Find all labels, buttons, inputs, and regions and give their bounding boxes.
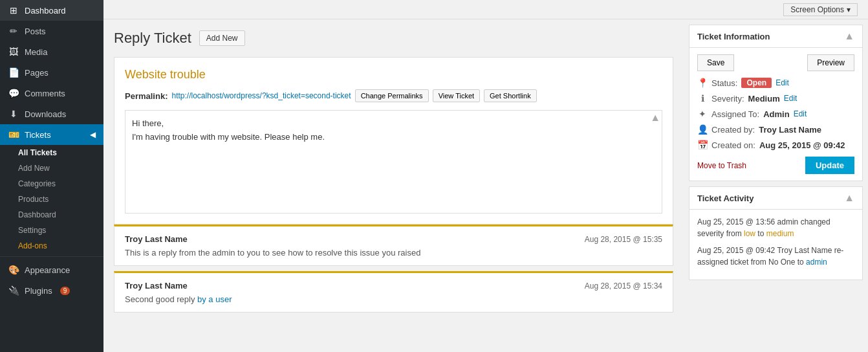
status-edit-link[interactable]: Edit — [776, 78, 789, 87]
sidebar-item-appearance[interactable]: 🎨 Appearance — [0, 259, 103, 280]
pin-icon: 📍 — [697, 78, 708, 88]
plugins-icon: 🔌 — [8, 285, 19, 296]
activity-admin-link[interactable]: admin — [806, 258, 827, 267]
right-sidebar: Ticket Information ▲ Save Preview 📍 Stat… — [684, 19, 868, 352]
sidebar-sub-addons[interactable]: Add-ons — [0, 238, 103, 254]
save-button[interactable]: Save — [697, 54, 734, 71]
tickets-icon: 🎫 — [8, 129, 19, 140]
sidebar-item-comments[interactable]: 💬 Comments — [0, 83, 103, 104]
status-row: 📍 Status: Open Edit — [697, 78, 854, 88]
move-to-trash-link[interactable]: Move to Trash — [697, 161, 746, 170]
created-by-row: 👤 Created by: Troy Last Name — [697, 124, 854, 135]
content-wrap: Reply Ticket Add New Website trouble Per… — [103, 19, 868, 352]
sidebar-item-downloads[interactable]: ⬇ Downloads — [0, 104, 103, 124]
sidebar-item-pages[interactable]: 📄 Pages — [0, 62, 103, 83]
main-panel: Screen Options ▾ Reply Ticket Add New We… — [103, 0, 868, 352]
sidebar-sub-products[interactable]: Products — [0, 192, 103, 207]
dashboard-icon: ⊞ — [8, 5, 19, 16]
reply-date-1: Aug 28, 2015 @ 15:35 — [585, 235, 662, 244]
appearance-icon: 🎨 — [8, 265, 19, 275]
assigned-row: ✦ Assigned To: Admin Edit — [697, 109, 854, 119]
info-icon: ℹ — [697, 93, 708, 104]
reply-author-2: Troy Last Name — [125, 281, 188, 291]
severity-row: ℹ Severity: Medium Edit — [697, 93, 854, 104]
ticket-activity-header: Ticket Activity ▲ — [689, 187, 862, 210]
sidebar-sub-add-new[interactable]: Add New — [0, 160, 103, 176]
sidebar-item-media[interactable]: 🖼 Media — [0, 41, 103, 62]
activity-from-value: low — [744, 229, 755, 238]
reply-header-1: Troy Last Name Aug 28, 2015 @ 15:35 — [125, 234, 662, 244]
person-icon: ✦ — [697, 109, 708, 119]
add-new-button[interactable]: Add New — [199, 30, 245, 46]
get-shortlink-button[interactable]: Get Shortlink — [484, 89, 537, 102]
created-on-row: 📅 Created on: Aug 25, 2015 @ 09:42 — [697, 140, 854, 150]
tickets-arrow: ◀ — [90, 130, 96, 139]
chevron-down-icon: ▾ — [847, 5, 851, 14]
sidebar: ⊞ Dashboard ✏ Posts 🖼 Media 📄 Pages 💬 Co… — [0, 0, 103, 352]
ticket-activity-collapse-icon[interactable]: ▲ — [844, 192, 854, 204]
view-ticket-button[interactable]: View Ticket — [433, 89, 480, 102]
preview-button[interactable]: Preview — [807, 54, 854, 71]
main-content: Reply Ticket Add New Website trouble Per… — [103, 19, 684, 352]
plugins-badge: 9 — [60, 287, 71, 295]
assigned-value: Admin — [763, 109, 789, 119]
created-by-value: Troy Last Name — [759, 125, 821, 135]
comments-icon: 💬 — [8, 88, 19, 98]
posts-icon: ✏ — [8, 26, 19, 36]
reply-date-2: Aug 28, 2015 @ 15:34 — [585, 281, 662, 291]
sidebar-item-plugins[interactable]: 🔌 Plugins 9 — [0, 280, 103, 301]
assigned-edit-link[interactable]: Edit — [794, 109, 807, 118]
ticket-information-content: Save Preview 📍 Status: Open Edit ℹ Sever… — [689, 48, 862, 181]
ticket-box: Website trouble Permalink: http://localh… — [114, 57, 673, 225]
status-open-badge: Open — [741, 78, 772, 88]
sidebar-sub-all-tickets[interactable]: All Tickets — [0, 145, 103, 160]
user-icon: 👤 — [697, 124, 708, 135]
page-title: Reply Ticket — [114, 30, 191, 47]
activity-entry-2: Aug 25, 2015 @ 09:42 Troy Last Name re-a… — [697, 245, 854, 268]
pages-icon: 📄 — [8, 67, 19, 78]
severity-edit-link[interactable]: Edit — [784, 94, 797, 103]
reply-header-2: Troy Last Name Aug 28, 2015 @ 15:34 — [125, 281, 662, 291]
ticket-info-btn-row: Save Preview — [697, 54, 854, 71]
ticket-body-line1: Hi there, I'm having trouble with my web… — [132, 117, 655, 144]
topbar: Screen Options ▾ — [103, 0, 868, 19]
screen-options-button[interactable]: Screen Options ▾ — [783, 3, 858, 16]
ticket-information-header: Ticket Information ▲ — [689, 25, 862, 48]
sidebar-item-dashboard[interactable]: ⊞ Dashboard — [0, 0, 103, 21]
permalink-row: Permalink: http://localhost/wordpress/?k… — [125, 89, 662, 102]
calendar-icon: 📅 — [697, 140, 708, 150]
ticket-title: Website trouble — [125, 68, 662, 82]
reply-entry-2: Troy Last Name Aug 28, 2015 @ 15:34 Seco… — [114, 271, 673, 313]
permalink-label: Permalink: — [125, 91, 168, 101]
activity-entry-1: Aug 25, 2015 @ 13:56 admin changed sever… — [697, 216, 854, 239]
reply-link[interactable]: by a user — [197, 294, 232, 304]
trash-update-row: Move to Trash Update — [697, 157, 854, 174]
sidebar-item-tickets[interactable]: 🎫 Tickets ◀ — [0, 124, 103, 145]
sidebar-sub-dashboard[interactable]: Dashboard — [0, 207, 103, 223]
reply-text-1: This is a reply from the admin to you to… — [125, 248, 662, 258]
reply-author-1: Troy Last Name — [125, 234, 188, 244]
reply-text-2: Second good reply by a user — [125, 294, 662, 304]
sidebar-sub-settings[interactable]: Settings — [0, 223, 103, 238]
severity-value: Medium — [748, 94, 780, 104]
change-permalinks-button[interactable]: Change Permalinks — [355, 89, 429, 102]
ticket-activity-content: Aug 25, 2015 @ 13:56 admin changed sever… — [689, 210, 862, 280]
ticket-activity-box: Ticket Activity ▲ Aug 25, 2015 @ 13:56 a… — [689, 186, 863, 280]
created-on-value: Aug 25, 2015 @ 09:42 — [759, 140, 845, 150]
reply-entry-1: Troy Last Name Aug 28, 2015 @ 15:35 This… — [114, 225, 673, 266]
sidebar-divider — [0, 256, 103, 257]
sidebar-item-posts[interactable]: ✏ Posts — [0, 21, 103, 41]
media-icon: 🖼 — [8, 47, 19, 57]
permalink-url[interactable]: http://localhost/wordpress/?ksd_ticket=s… — [171, 91, 351, 100]
sidebar-sub-categories[interactable]: Categories — [0, 176, 103, 192]
ticket-info-collapse-icon[interactable]: ▲ — [844, 30, 854, 42]
ticket-information-box: Ticket Information ▲ Save Preview 📍 Stat… — [689, 25, 863, 181]
scroll-up-icon: ▲ — [650, 112, 660, 124]
downloads-icon: ⬇ — [8, 109, 19, 119]
ticket-body-area: ▲ Hi there, I'm having trouble with my w… — [125, 110, 662, 214]
page-title-row: Reply Ticket Add New — [114, 30, 673, 47]
activity-to-value: medium — [766, 229, 794, 238]
update-button[interactable]: Update — [805, 157, 854, 174]
